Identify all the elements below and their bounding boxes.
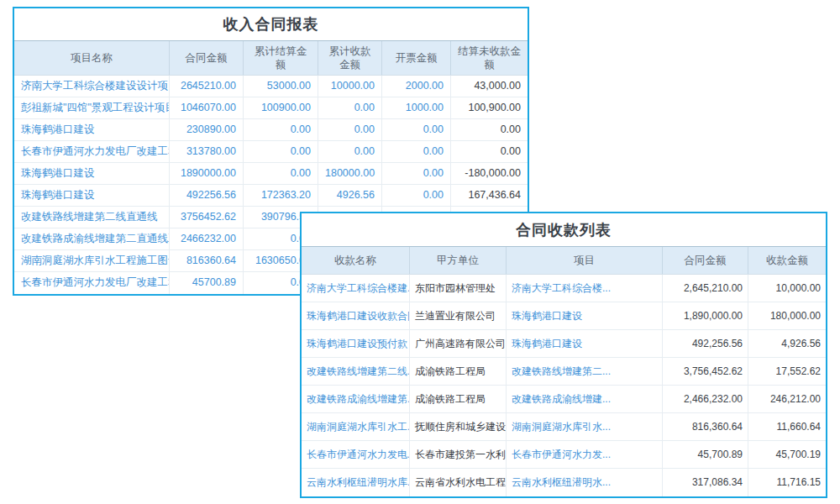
payment-list-row[interactable]: 改建铁路成渝线增建第... 成渝铁路工程局 改建铁路成渝线增建... 2,466… bbox=[302, 386, 826, 413]
col-header-party-a-unit: 甲方单位 bbox=[410, 247, 507, 274]
payment-list-title: 合同收款列表 bbox=[302, 213, 826, 246]
cell-cumulative-received: 10000.00 bbox=[318, 76, 382, 97]
cell-contract-amount: 45700.89 bbox=[170, 272, 244, 294]
cell-cumulative-received: 0.00 bbox=[318, 97, 382, 118]
cell-cumulative-settlement: 0.00 bbox=[244, 163, 318, 184]
cell-received-amount: 246,212.00 bbox=[748, 386, 826, 412]
cell-project-name[interactable]: 珠海鹤港口建设 bbox=[14, 119, 170, 140]
cell-settled-unreceived: 100,900.00 bbox=[451, 97, 528, 118]
cell-project[interactable]: 改建铁路成渝线增建... bbox=[507, 386, 663, 412]
cell-receipt-name[interactable]: 济南大学工科综合楼建... bbox=[302, 275, 410, 302]
cell-cumulative-settlement: 53000.00 bbox=[244, 76, 318, 97]
cell-receipt-name[interactable]: 改建铁路成渝线增建第... bbox=[302, 386, 410, 412]
cell-project[interactable]: 珠海鹤港口建设 bbox=[507, 330, 663, 357]
cell-receipt-name[interactable]: 长春市伊通河水力发电... bbox=[302, 441, 410, 468]
payment-list-body: 济南大学工科综合楼建... 东阳市园林管理处 济南大学工科综合楼... 2,64… bbox=[302, 275, 826, 496]
col-header-project: 项目 bbox=[507, 247, 663, 274]
cell-received-amount: 11,716.15 bbox=[748, 469, 826, 496]
cell-invoiced-amount: 2000.00 bbox=[382, 76, 451, 97]
cell-contract-amount: 1,890,000.00 bbox=[663, 302, 748, 329]
cell-project-name[interactable]: 长春市伊通河水力发电厂改建工程 bbox=[14, 272, 170, 294]
cell-receipt-name[interactable]: 改建铁路线增建第二线... bbox=[302, 358, 410, 385]
cell-contract-amount: 2645210.00 bbox=[170, 76, 244, 97]
cell-project[interactable]: 珠海鹤港口建设 bbox=[507, 302, 663, 329]
cell-cumulative-settlement: 0.00 bbox=[244, 119, 318, 140]
payment-list-row[interactable]: 济南大学工科综合楼建... 东阳市园林管理处 济南大学工科综合楼... 2,64… bbox=[302, 275, 826, 302]
cell-receipt-name[interactable]: 珠海鹤港口建设收款合同 bbox=[302, 302, 410, 329]
cell-party-a-unit: 兰迪置业有限公司 bbox=[410, 302, 507, 329]
cell-receipt-name[interactable]: 云南水利枢纽潜明水库... bbox=[302, 469, 410, 496]
page: { "colors": { "table_border": "#1aa7e2",… bbox=[0, 0, 840, 504]
cell-receipt-name[interactable]: 湖南洞庭湖水库引水工... bbox=[302, 413, 410, 440]
income-report-row[interactable]: 珠海鹤港口建设 492256.56 172363.20 4926.56 0.00… bbox=[14, 185, 528, 207]
income-report-header-row: 项目名称 合同金额 累计结算金额 累计收款金额 开票金额 结算未收款金额 bbox=[14, 40, 528, 76]
payment-list-row[interactable]: 湖南洞庭湖水库引水工... 抚顺住房和城乡建设局 湖南洞庭湖水库引水... 81… bbox=[302, 413, 826, 441]
cell-contract-amount: 492256.56 bbox=[170, 185, 244, 206]
cell-contract-amount: 45,700.89 bbox=[663, 441, 748, 468]
cell-received-amount: 180,000.00 bbox=[748, 302, 826, 329]
income-report-row[interactable]: 珠海鹤港口建设 1890000.00 0.00 180000.00 0.00 -… bbox=[14, 163, 528, 185]
cell-cumulative-settlement: 0.00 bbox=[244, 141, 318, 162]
cell-cumulative-settlement: 100900.00 bbox=[244, 97, 318, 118]
income-report-title: 收入合同报表 bbox=[14, 8, 528, 40]
cell-received-amount: 4,926.56 bbox=[748, 330, 826, 357]
cell-cumulative-received: 180000.00 bbox=[318, 163, 382, 184]
cell-settled-unreceived: 0.00 bbox=[451, 119, 528, 140]
cell-invoiced-amount: 1000.00 bbox=[382, 97, 451, 118]
cell-party-a-unit: 长春市建投第一水利... bbox=[410, 441, 507, 468]
cell-contract-amount: 492,256.56 bbox=[663, 330, 748, 357]
cell-project-name[interactable]: 湖南洞庭湖水库引水工程施工图设计 bbox=[14, 250, 170, 271]
cell-receipt-name[interactable]: 珠海鹤港口建设预付款 bbox=[302, 330, 410, 357]
cell-contract-amount: 230890.00 bbox=[170, 119, 244, 140]
cell-party-a-unit: 抚顺住房和城乡建设局 bbox=[410, 413, 507, 440]
cell-party-a-unit: 成渝铁路工程局 bbox=[410, 386, 507, 412]
cell-contract-amount: 313780.00 bbox=[170, 141, 244, 162]
income-report-row[interactable]: 珠海鹤港口建设 230890.00 0.00 0.00 0.00 0.00 bbox=[14, 119, 528, 141]
cell-project-name[interactable]: 改建铁路成渝线增建第二直通线工程 bbox=[14, 228, 170, 249]
payment-list-row[interactable]: 云南水利枢纽潜明水库... 云南省水利水电工程... 云南水利枢纽潜明水... … bbox=[302, 469, 826, 496]
contract-payment-list-panel: 合同收款列表 收款名称 甲方单位 项目 合同金额 收款金额 济南大学工科综合楼建… bbox=[300, 212, 827, 498]
cell-invoiced-amount: 0.00 bbox=[382, 163, 451, 184]
col-header-received-amount: 收款金额 bbox=[748, 247, 826, 274]
income-report-row[interactable]: 济南大学工科综合楼建设设计项目 2645210.00 53000.00 1000… bbox=[14, 76, 528, 97]
cell-party-a-unit: 云南省水利水电工程... bbox=[410, 469, 507, 496]
cell-contract-amount: 3,756,452.62 bbox=[663, 358, 748, 385]
col-header-invoiced-amount: 开票金额 bbox=[382, 41, 451, 75]
cell-contract-amount: 2,645,210.00 bbox=[663, 275, 748, 302]
cell-cumulative-received: 4926.56 bbox=[318, 185, 382, 206]
cell-project-name[interactable]: 改建铁路线增建第二线直通线 bbox=[14, 207, 170, 228]
cell-project-name[interactable]: 珠海鹤港口建设 bbox=[14, 185, 170, 206]
payment-list-row[interactable]: 珠海鹤港口建设收款合同 兰迪置业有限公司 珠海鹤港口建设 1,890,000.0… bbox=[302, 302, 826, 330]
cell-contract-amount: 1046070.00 bbox=[170, 97, 244, 118]
income-report-row[interactable]: 长春市伊通河水力发电厂改建工程 313780.00 0.00 0.00 0.00… bbox=[14, 141, 528, 163]
income-report-row[interactable]: 彭祖新城"四馆"景观工程设计项目 1046070.00 100900.00 0.… bbox=[14, 97, 528, 119]
cell-project[interactable]: 长春市伊通河水力发... bbox=[507, 441, 663, 468]
col-header-cumulative-received: 累计收款金额 bbox=[318, 41, 382, 75]
payment-list-row[interactable]: 珠海鹤港口建设预付款 广州高速路有限公司 珠海鹤港口建设 492,256.56 … bbox=[302, 330, 826, 358]
cell-contract-amount: 3756452.62 bbox=[170, 207, 244, 228]
cell-invoiced-amount: 0.00 bbox=[382, 185, 451, 206]
cell-received-amount: 45,700.19 bbox=[748, 441, 826, 468]
cell-project-name[interactable]: 珠海鹤港口建设 bbox=[14, 163, 170, 184]
col-header-project-name: 项目名称 bbox=[14, 41, 170, 75]
cell-contract-amount: 816360.64 bbox=[170, 250, 244, 271]
cell-project[interactable]: 云南水利枢纽潜明水... bbox=[507, 469, 663, 496]
payment-list-row[interactable]: 改建铁路线增建第二线... 成渝铁路工程局 改建铁路线增建第二... 3,756… bbox=[302, 358, 826, 386]
cell-settled-unreceived: -180,000.00 bbox=[451, 163, 528, 184]
cell-project[interactable]: 改建铁路线增建第二... bbox=[507, 358, 663, 385]
cell-received-amount: 11,660.64 bbox=[748, 413, 826, 440]
col-header-settled-unreceived: 结算未收款金额 bbox=[451, 41, 528, 75]
cell-contract-amount: 1890000.00 bbox=[170, 163, 244, 184]
cell-project[interactable]: 湖南洞庭湖水库引水... bbox=[507, 413, 663, 440]
cell-contract-amount: 317,086.34 bbox=[663, 469, 748, 496]
cell-project-name[interactable]: 济南大学工科综合楼建设设计项目 bbox=[14, 76, 170, 97]
cell-contract-amount: 2466232.00 bbox=[170, 228, 244, 249]
payment-list-row[interactable]: 长春市伊通河水力发电... 长春市建投第一水利... 长春市伊通河水力发... … bbox=[302, 441, 826, 469]
cell-cumulative-received: 0.00 bbox=[318, 119, 382, 140]
cell-project-name[interactable]: 长春市伊通河水力发电厂改建工程 bbox=[14, 141, 170, 162]
cell-settled-unreceived: 43,000.00 bbox=[451, 76, 528, 97]
cell-project[interactable]: 济南大学工科综合楼... bbox=[507, 275, 663, 302]
cell-settled-unreceived: 0.00 bbox=[451, 141, 528, 162]
cell-project-name[interactable]: 彭祖新城"四馆"景观工程设计项目 bbox=[14, 97, 170, 118]
col-header-receipt-name: 收款名称 bbox=[302, 247, 410, 274]
